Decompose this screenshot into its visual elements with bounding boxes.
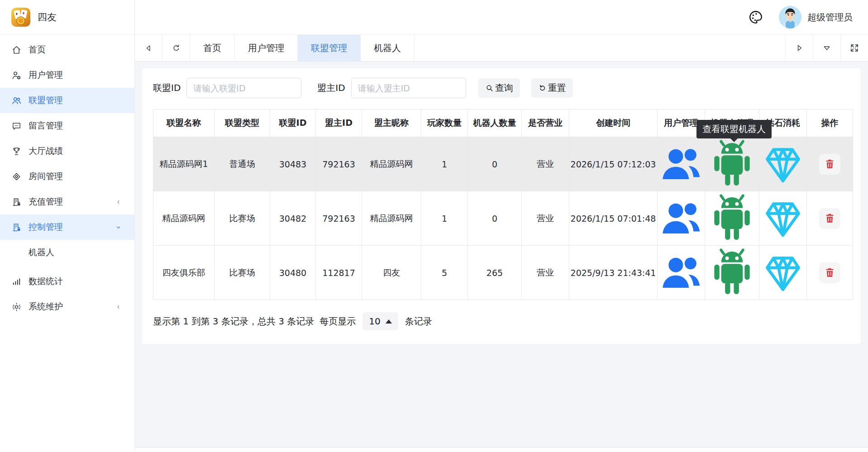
sidebar: 四友 首页 用户管理 联盟管理 留言管理	[0, 0, 135, 452]
cell-is-open: 营业	[522, 137, 569, 191]
col-player-count: 玩家数量	[421, 109, 468, 137]
chevron-left-icon	[115, 304, 122, 310]
trash-icon	[824, 266, 836, 279]
cell-league-type: 比赛场	[215, 246, 270, 300]
refresh-icon	[172, 43, 181, 53]
forward-triangle-icon	[794, 43, 804, 53]
cell-league-name: 精品源码网	[153, 191, 215, 246]
sidebar-item-recharge-management[interactable]: 充值管理	[0, 189, 134, 214]
user-manage-button[interactable]	[658, 249, 705, 296]
sidebar-item-label: 首页	[29, 44, 46, 56]
sidebar-item-system-maintenance[interactable]: 系统维护	[0, 294, 134, 319]
pagination-summary: 显示第 1 到第 3 条记录，总共 3 条记录	[153, 315, 314, 328]
building-lock-icon	[11, 197, 22, 207]
tab-robot[interactable]: 机器人	[361, 35, 415, 61]
table-row: 精品源码网1 普通场 30483 792163 精品源码网 1 0 营业 202…	[153, 137, 853, 191]
cell-created-time: 2025/9/13 21:43:41	[569, 246, 658, 300]
message-icon	[11, 121, 22, 131]
building-lock-icon	[11, 222, 22, 233]
sidebar-item-room-management[interactable]: 房间管理	[0, 164, 134, 189]
diamond-squares-icon	[11, 171, 22, 182]
sidebar-item-label: 系统维护	[29, 301, 63, 313]
gem-icon	[759, 141, 806, 188]
col-actions: 操作	[807, 109, 853, 137]
sidebar-item-label: 联盟管理	[29, 95, 63, 106]
trash-icon	[824, 212, 836, 224]
user-name: 超级管理员	[807, 11, 853, 24]
user-menu[interactable]: 超级管理员	[779, 6, 853, 29]
gem-icon	[759, 249, 806, 296]
theme-palette-icon[interactable]	[748, 10, 763, 25]
robot-manage-button[interactable]	[705, 191, 759, 245]
main-content: 联盟ID 盟主ID 查询 重置 查看联盟机器人	[135, 62, 868, 452]
table-row: 精品源码网 比赛场 30482 792163 精品源码网 1 0 营业 2026…	[153, 191, 853, 246]
owner-id-label: 盟主ID	[317, 82, 345, 94]
cell-is-open: 营业	[522, 191, 569, 246]
sidebar-item-label: 控制管理	[29, 221, 63, 233]
search-button[interactable]: 查询	[478, 78, 520, 98]
page-size-select[interactable]: 10	[362, 312, 398, 330]
league-panel: 联盟ID 盟主ID 查询 重置 查看联盟机器人	[142, 68, 861, 344]
tabs-dropdown-button[interactable]	[813, 35, 840, 61]
tab-league-management[interactable]: 联盟管理	[298, 35, 361, 61]
sidebar-item-user-management[interactable]: 用户管理	[0, 62, 134, 88]
diamond-consume-button[interactable]	[759, 141, 806, 188]
sidebar-item-data-statistics[interactable]: 数据统计	[0, 269, 134, 294]
reset-button[interactable]: 重置	[531, 78, 573, 98]
sidebar-item-label: 大厅战绩	[29, 145, 63, 157]
cell-league-id: 30480	[270, 246, 316, 300]
sidebar-item-hall-records[interactable]: 大厅战绩	[0, 138, 134, 164]
cell-owner-id: 792163	[316, 191, 362, 246]
col-owner-nickname: 盟主昵称	[362, 109, 421, 137]
tooltip: 查看联盟机器人	[696, 120, 772, 138]
user-manage-button[interactable]	[658, 195, 705, 242]
tab-home[interactable]: 首页	[190, 35, 235, 61]
cell-owner-nickname: 四友	[362, 246, 421, 300]
col-created-time: 创建时间	[569, 109, 658, 137]
two-users-icon	[658, 141, 705, 188]
page-size-value: 10	[369, 316, 380, 327]
cell-league-id: 30482	[270, 191, 316, 246]
delete-button[interactable]	[819, 154, 840, 175]
sidebar-item-label: 用户管理	[29, 69, 63, 81]
sidebar-item-robot[interactable]: 机器人	[0, 240, 134, 265]
tab-bar: 首页 用户管理 联盟管理 机器人	[135, 35, 868, 62]
tabs-back-button[interactable]	[135, 35, 162, 61]
cell-player-count: 1	[421, 191, 468, 246]
delete-button[interactable]	[819, 208, 840, 229]
sidebar-item-control-management[interactable]: 控制管理	[0, 214, 134, 240]
col-league-name: 联盟名称	[153, 109, 215, 137]
cell-player-count: 5	[421, 246, 468, 300]
league-id-input[interactable]	[186, 78, 301, 98]
robot-manage-button[interactable]	[705, 246, 759, 300]
user-manage-button[interactable]	[658, 141, 705, 188]
cell-owner-nickname: 精品源码网	[362, 191, 421, 246]
col-robot-count: 机器人数量	[468, 109, 522, 137]
cell-league-type: 比赛场	[215, 191, 270, 246]
cell-league-type: 普通场	[215, 137, 270, 191]
diamond-consume-button[interactable]	[759, 249, 806, 296]
cell-league-name: 精品源码网1	[153, 137, 215, 191]
delete-button[interactable]	[819, 262, 840, 283]
bar-chart-icon	[11, 276, 22, 287]
cell-league-name: 四友俱乐部	[153, 246, 215, 300]
sidebar-item-league-management[interactable]: 联盟管理	[0, 88, 134, 113]
users-icon	[11, 95, 22, 106]
col-owner-id: 盟主ID	[316, 109, 362, 137]
tabbar-spacer	[415, 35, 785, 61]
two-users-icon	[658, 195, 705, 242]
sidebar-item-home[interactable]: 首页	[0, 37, 134, 62]
sidebar-item-message-management[interactable]: 留言管理	[0, 113, 134, 138]
trash-icon	[824, 158, 836, 170]
chevron-left-icon	[115, 199, 122, 205]
diamond-consume-button[interactable]	[759, 195, 806, 242]
home-icon	[11, 45, 22, 55]
league-table-wrap: 查看联盟机器人 联盟名称 联盟类型 联盟ID 盟主ID 盟主昵称 玩家数量	[153, 109, 853, 300]
tabs-forward-button[interactable]	[785, 35, 813, 61]
app-logo-icon	[11, 8, 30, 27]
fullscreen-button[interactable]	[840, 35, 868, 61]
sidebar-item-label: 充值管理	[29, 196, 63, 208]
tabs-refresh-button[interactable]	[162, 35, 190, 61]
tab-user-management[interactable]: 用户管理	[235, 35, 298, 61]
owner-id-input[interactable]	[351, 78, 466, 98]
